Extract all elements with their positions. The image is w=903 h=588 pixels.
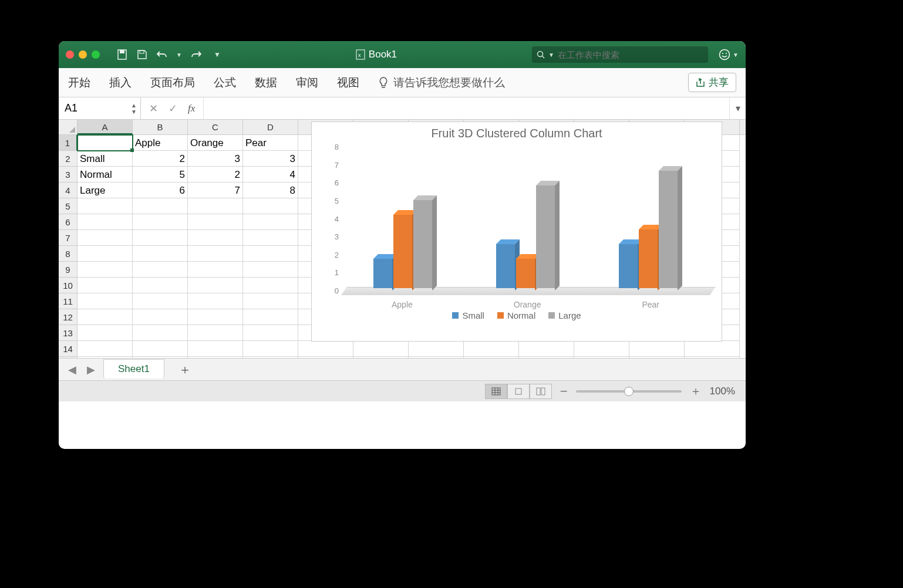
cell[interactable] <box>188 198 243 214</box>
cell[interactable] <box>133 293 188 309</box>
cell-B3[interactable]: 5 <box>133 167 188 183</box>
cell[interactable] <box>133 341 188 357</box>
col-header-C[interactable]: C <box>188 120 243 134</box>
cell-C1[interactable]: Orange <box>188 135 243 151</box>
zoom-in-button[interactable]: ＋ <box>690 383 702 399</box>
cell[interactable] <box>133 262 188 278</box>
row-header[interactable]: 13 <box>59 325 78 341</box>
cell-D4[interactable]: 8 <box>243 183 298 198</box>
cell[interactable] <box>464 357 519 358</box>
cell[interactable] <box>243 262 298 278</box>
row-header[interactable]: 15 <box>59 357 78 358</box>
col-header-A[interactable]: A <box>78 120 133 134</box>
tab-page-layout[interactable]: 页面布局 <box>150 75 195 90</box>
tab-insert[interactable]: 插入 <box>109 75 132 90</box>
cell[interactable] <box>243 325 298 341</box>
cell[interactable] <box>574 341 629 357</box>
cell[interactable] <box>243 341 298 357</box>
cell[interactable] <box>243 246 298 262</box>
row-header[interactable]: 5 <box>59 198 78 214</box>
chart-bar[interactable] <box>619 244 638 288</box>
cell-A1[interactable] <box>78 135 133 151</box>
cell[interactable] <box>188 309 243 325</box>
name-box[interactable]: A1 ▲▼ <box>59 97 141 119</box>
tab-data[interactable]: 数据 <box>255 75 277 90</box>
cell[interactable] <box>629 357 685 358</box>
view-page-break-icon[interactable] <box>530 384 552 399</box>
namebox-down-icon[interactable]: ▼ <box>131 109 137 115</box>
cell[interactable] <box>133 278 188 293</box>
cell[interactable] <box>78 198 133 214</box>
cell[interactable] <box>188 325 243 341</box>
redo-icon[interactable] <box>190 49 202 60</box>
cancel-icon[interactable]: ✕ <box>149 102 158 115</box>
cell[interactable] <box>519 357 574 358</box>
autosave-icon[interactable] <box>116 49 128 60</box>
zoom-slider-thumb[interactable] <box>624 387 634 396</box>
select-all-corner[interactable] <box>59 120 78 134</box>
cell-C4[interactable]: 7 <box>188 183 243 198</box>
cell[interactable] <box>685 341 740 357</box>
chart-bar[interactable] <box>413 200 432 288</box>
row-header[interactable]: 11 <box>59 293 78 309</box>
cell[interactable] <box>188 293 243 309</box>
cell[interactable] <box>188 278 243 293</box>
formula-expand-icon[interactable]: ▾ <box>729 97 746 119</box>
cell[interactable] <box>78 262 133 278</box>
cell-B4[interactable]: 6 <box>133 183 188 198</box>
sheet-tab-sheet1[interactable]: Sheet1 <box>103 359 164 379</box>
cell[interactable] <box>243 214 298 230</box>
cell-C2[interactable]: 3 <box>188 151 243 167</box>
cell[interactable] <box>188 246 243 262</box>
zoom-out-button[interactable]: − <box>560 384 568 399</box>
tab-view[interactable]: 视图 <box>337 75 359 90</box>
cell[interactable] <box>133 325 188 341</box>
chart-bar[interactable] <box>536 185 555 288</box>
cell[interactable] <box>78 230 133 246</box>
tell-me[interactable]: 请告诉我您想要做什么 <box>378 75 505 90</box>
row-header[interactable]: 14 <box>59 341 78 357</box>
feedback-button[interactable]: ▼ <box>719 49 739 60</box>
sheet-nav-next-icon[interactable]: ▶ <box>85 363 97 376</box>
zoom-slider[interactable] <box>576 390 682 393</box>
search-input[interactable] <box>558 50 703 60</box>
row-header-3[interactable]: 3 <box>59 167 78 183</box>
cell[interactable] <box>243 357 298 358</box>
row-header[interactable]: 9 <box>59 262 78 278</box>
sheet-nav-prev-icon[interactable]: ◀ <box>66 363 79 376</box>
cell[interactable] <box>574 357 629 358</box>
cell-D1[interactable]: Pear <box>243 135 298 151</box>
share-button[interactable]: 共享 <box>688 73 736 92</box>
row-header[interactable]: 6 <box>59 214 78 230</box>
row-header[interactable]: 8 <box>59 246 78 262</box>
cell[interactable] <box>629 341 685 357</box>
cell[interactable] <box>298 357 353 358</box>
chart-bar[interactable] <box>373 259 392 288</box>
cell[interactable] <box>133 198 188 214</box>
cell[interactable] <box>685 357 740 358</box>
view-page-layout-icon[interactable] <box>507 384 530 399</box>
tab-review[interactable]: 审阅 <box>296 75 318 90</box>
chart-bar[interactable] <box>639 229 658 288</box>
chart-bar[interactable] <box>496 244 515 288</box>
cell[interactable] <box>188 357 243 358</box>
cell[interactable] <box>298 341 353 357</box>
formula-input[interactable] <box>204 97 729 119</box>
chart-bar[interactable] <box>393 215 412 288</box>
cell[interactable] <box>188 262 243 278</box>
cell[interactable] <box>409 357 464 358</box>
row-header[interactable]: 7 <box>59 230 78 246</box>
cell[interactable] <box>78 246 133 262</box>
undo-icon[interactable] <box>156 49 168 60</box>
cell[interactable] <box>353 341 409 357</box>
close-button[interactable] <box>66 50 74 59</box>
cell[interactable] <box>133 357 188 358</box>
add-sheet-button[interactable]: ＋ <box>178 361 191 379</box>
cell[interactable] <box>78 309 133 325</box>
cell[interactable] <box>243 198 298 214</box>
cell[interactable] <box>78 357 133 358</box>
enter-icon[interactable]: ✓ <box>169 102 177 115</box>
cell-A4[interactable]: Large <box>78 183 133 198</box>
row-header-2[interactable]: 2 <box>59 151 78 167</box>
cell[interactable] <box>519 341 574 357</box>
